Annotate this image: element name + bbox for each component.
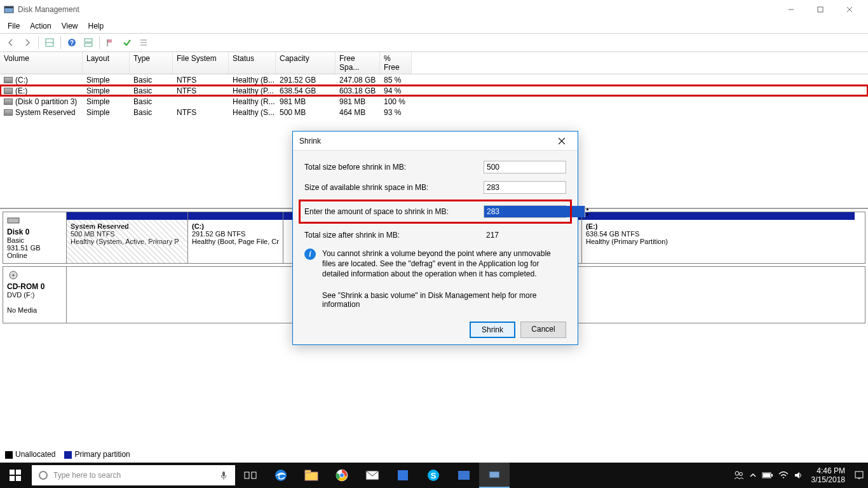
col-layout[interactable]: Layout [83,52,130,74]
menu-help[interactable]: Help [83,20,109,32]
taskbar-diskmanagement[interactable] [479,463,510,488]
toolbar-check[interactable] [120,36,134,50]
taskbar-chrome[interactable] [327,463,357,488]
tray-wifi-icon[interactable] [778,471,789,479]
table-header: Volume Layout Type File System Status Ca… [0,52,868,74]
svg-point-43 [739,473,742,476]
svg-rect-31 [305,472,318,480]
menu-action[interactable]: Action [25,20,56,32]
col-volume[interactable]: Volume [0,52,83,74]
toolbar-list[interactable] [137,36,151,50]
svg-rect-12 [107,39,112,43]
partition[interactable]: System Reserved500 MB NTFSHealthy (Syste… [67,212,187,263]
shrink-button[interactable]: Shrink [470,322,515,338]
col-capacity[interactable]: Capacity [276,52,336,74]
svg-rect-23 [16,470,21,475]
partition[interactable]: (E:)638.54 GB NTFSHealthy (Primary Parti… [581,212,855,263]
tray-people-icon[interactable] [734,470,744,480]
table-row[interactable]: System ReservedSimpleBasicNTFSHealthy (S… [0,107,868,118]
disk0-label[interactable]: Disk 0 Basic 931.51 GB Online [3,212,67,263]
svg-rect-37 [398,470,408,480]
tray-volume-icon[interactable] [794,471,803,480]
label-total-before: Total size before shrink in MB: [304,163,478,172]
taskbar: Type here to search S 4:46 PM 3/15/2018 [0,463,868,488]
legend-primary-swatch [64,451,72,459]
tray-clock[interactable]: 4:46 PM 3/15/2018 [808,466,849,485]
cancel-button[interactable]: Cancel [520,322,566,338]
partition[interactable]: (C:)291.52 GB NTFSHealthy (Boot, Page Fi… [187,212,283,263]
taskbar-search[interactable]: Type here to search [32,465,235,485]
taskbar-edge[interactable] [266,463,296,488]
taskbar-skype[interactable]: S [418,463,449,488]
disk0-state: Online [7,252,27,259]
toolbar-view2[interactable] [81,36,95,50]
col-pct[interactable]: % Free [380,52,412,74]
taskbar-mail[interactable] [357,463,388,488]
dialog-close-button[interactable] [552,132,571,151]
col-status[interactable]: Status [229,52,276,74]
spinner-up[interactable]: ▲ [585,206,590,212]
svg-text:S: S [431,471,437,480]
table-row[interactable]: (C:)SimpleBasicNTFSHealthy (B...291.52 G… [0,74,868,85]
col-fs[interactable]: File System [173,52,229,74]
taskbar-app1[interactable] [388,463,418,488]
value-total-before: 500 [484,161,566,173]
col-type[interactable]: Type [130,52,173,74]
cdrom-status: No Media [7,306,37,314]
start-button[interactable] [0,463,31,488]
volume-table: Volume Layout Type File System Status Ca… [0,52,868,118]
disk0-type: Basic [7,236,24,244]
svg-rect-11 [85,43,92,46]
shrink-amount-spinner[interactable]: ▲ ▼ [484,205,566,218]
toolbar: ? [0,33,868,52]
shrink-dialog: Shrink Total size before shrink in MB: 5… [292,131,578,345]
col-free[interactable]: Free Spa... [336,52,380,74]
window-titlebar: Disk Management [0,0,868,19]
shrink-amount-input[interactable] [484,206,585,217]
info-text: You cannot shrink a volume beyond the po… [322,248,566,280]
svg-rect-28 [245,472,249,478]
minimize-button[interactable] [776,0,806,19]
taskbar-explorer[interactable] [296,463,327,488]
spinner-down[interactable]: ▼ [585,212,590,218]
forward-button[interactable] [20,36,34,50]
window-title: Disk Management [18,5,79,14]
toolbar-view1[interactable] [43,36,57,50]
app-icon [4,4,14,15]
label-available: Size of available shrink space in MB: [304,183,478,192]
legend-unallocated-swatch [5,451,13,459]
close-button[interactable] [835,0,864,19]
dialog-titlebar[interactable]: Shrink [293,132,578,151]
menu-file[interactable]: File [3,20,25,32]
svg-point-26 [39,471,47,479]
table-row[interactable]: (Disk 0 partition 3)SimpleBasicHealthy (… [0,96,868,107]
task-view-button[interactable] [235,463,266,488]
mic-icon[interactable] [219,470,229,480]
svg-rect-22 [10,470,15,475]
cdrom-name: CD-ROM 0 [7,282,44,291]
value-total-after: 217 [484,229,566,241]
help-button[interactable]: ? [65,36,79,50]
taskbar-app2[interactable] [449,463,479,488]
help-link-text: See "Shrink a basic volume" in Disk Mana… [322,291,566,309]
svg-rect-32 [305,470,311,473]
maximize-button[interactable] [806,0,835,19]
svg-rect-29 [252,472,256,478]
info-icon: i [304,248,316,260]
back-button[interactable] [4,36,18,50]
tray-date: 3/15/2018 [811,475,845,484]
svg-rect-25 [16,476,21,481]
svg-rect-10 [85,39,92,42]
table-row[interactable]: (E:)SimpleBasicNTFSHealthy (P...638.54 G… [0,85,868,96]
svg-rect-41 [489,471,499,478]
toolbar-flag[interactable] [104,36,118,50]
tray-overflow-icon[interactable] [749,471,757,479]
cdrom-label[interactable]: CD-ROM 0 DVD (F:) No Media [3,267,67,323]
legend: Unallocated Primary partition [5,450,130,459]
tray-notifications-icon[interactable] [854,470,864,480]
tray-battery-icon[interactable] [762,471,773,479]
svg-rect-45 [771,474,773,477]
svg-rect-47 [855,471,863,478]
menu-view[interactable]: View [57,20,83,32]
svg-text:?: ? [70,39,74,46]
